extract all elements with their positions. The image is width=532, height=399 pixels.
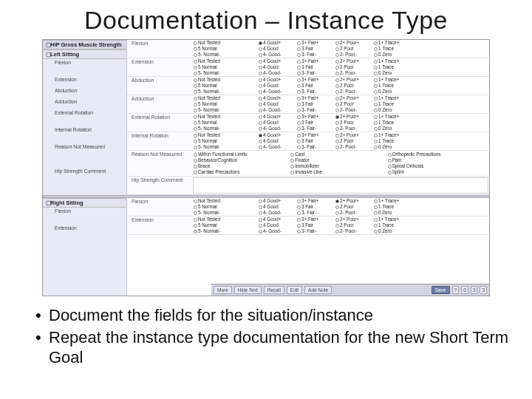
radio-icon[interactable] [259,200,262,203]
radio-icon[interactable] [194,97,197,100]
grade-option[interactable]: 4 Good+ [259,216,294,222]
radio-icon[interactable] [290,171,294,174]
grade-option[interactable]: 1+ Trace+ [374,114,409,120]
grade-option[interactable]: 4 Good+ [259,40,294,46]
radio-icon[interactable] [259,140,262,143]
radio-icon[interactable] [297,134,301,137]
radio-icon[interactable] [290,159,294,163]
grade-option[interactable]: 3- Fair- [297,144,332,150]
radio-icon[interactable] [374,90,378,94]
grade-option[interactable]: 2- Poor- [335,107,371,113]
radio-icon[interactable] [194,200,197,203]
grade-option[interactable]: 0 Zero [374,210,409,216]
reason-option[interactable]: Cardiac Precautions [194,169,290,175]
radio-icon[interactable] [374,121,378,125]
grade-option[interactable]: 3+ Fair+ [297,95,332,101]
grade-option[interactable]: 5 Normal [194,101,256,107]
grade-option[interactable]: 4 Good [259,46,294,52]
radio-icon[interactable] [194,41,197,45]
radio-icon[interactable] [374,140,378,143]
radio-icon[interactable] [335,200,339,203]
grade-option[interactable]: 3- Fair- [297,89,332,95]
radio-icon[interactable] [259,134,262,137]
radio-icon[interactable] [374,47,378,51]
grade-option[interactable]: 2- Poor- [335,126,371,132]
grade-option[interactable]: 1+ Trace+ [374,95,409,101]
grade-option[interactable]: 5 Normal [194,83,256,89]
grade-option[interactable]: 3 Fair [297,46,332,52]
radio-icon[interactable] [259,66,262,69]
radio-icon[interactable] [374,230,378,233]
grade-option[interactable]: 2+ Poor+ [335,132,371,138]
grade-option[interactable]: 4 Good [259,204,294,210]
radio-icon[interactable] [374,84,378,88]
grade-option[interactable]: 3- Fair- [297,210,332,216]
reason-option[interactable]: Fixator [290,157,387,163]
sidebar-group-right[interactable]: ▢Right Sitting [43,198,126,208]
pager-button[interactable]: 3 [480,286,487,294]
radio-icon[interactable] [259,230,262,233]
radio-icon[interactable] [374,53,378,57]
radio-icon[interactable] [297,97,301,100]
reason-option[interactable]: Within Functional Limits [194,151,290,157]
radio-icon[interactable] [194,47,197,51]
radio-icon[interactable] [194,121,197,125]
grade-option[interactable]: 2+ Poor+ [335,95,371,101]
radio-icon[interactable] [194,218,197,222]
grade-option[interactable]: 4 Good+ [259,95,294,101]
radio-icon[interactable] [335,109,339,112]
radio-icon[interactable] [297,66,301,69]
grade-option[interactable]: 4 Good [259,138,294,144]
radio-icon[interactable] [335,115,339,119]
sidebar-item[interactable]: Internal Rotation [43,126,126,133]
grade-option[interactable]: 1 Trace [374,138,409,144]
grade-option[interactable]: 2- Poor- [335,210,371,216]
radio-icon[interactable] [297,47,301,51]
grade-option[interactable]: Not Tested [194,132,256,138]
radio-icon[interactable] [374,103,378,106]
grade-option[interactable]: 3- Fair- [297,126,332,132]
grade-option[interactable]: 3 Fair [297,101,332,107]
recall-button[interactable]: Recall [264,286,284,294]
grade-option[interactable]: 4- Good- [259,210,294,216]
radio-icon[interactable] [335,140,339,143]
radio-icon[interactable] [335,211,339,215]
radio-icon[interactable] [335,78,339,82]
grade-option[interactable]: 3+ Fair+ [297,216,332,222]
radio-icon[interactable] [335,121,339,125]
grade-option[interactable]: 3 Fair [297,222,332,228]
grade-option[interactable]: 5- Normal- [194,144,256,150]
radio-icon[interactable] [374,60,378,64]
grade-option[interactable]: 5- Normal- [194,228,256,234]
radio-icon[interactable] [335,224,339,228]
radio-icon[interactable] [388,165,392,168]
radio-icon[interactable] [335,146,339,149]
grade-option[interactable]: 5- Normal- [194,89,256,95]
radio-icon[interactable] [335,84,339,88]
radio-icon[interactable] [194,134,197,137]
radio-icon[interactable] [297,146,301,149]
sidebar-item[interactable]: Flexion [43,208,126,214]
sidebar-item[interactable]: Hip Strength Comment [43,168,126,174]
sidebar-group-hip[interactable]: ▢HIP Gross Muscle Strength [43,40,126,50]
radio-icon[interactable] [259,127,262,131]
radio-icon[interactable] [297,109,301,112]
radio-icon[interactable] [290,153,294,157]
grade-option[interactable]: 2+ Poor+ [335,216,371,222]
radio-icon[interactable] [374,78,378,82]
grade-option[interactable]: Not Tested [194,40,256,46]
grade-option[interactable]: 3 Fair [297,83,332,89]
grade-option[interactable]: 4- Good- [259,126,294,132]
reason-option[interactable]: Immobilizer [290,163,387,169]
radio-icon[interactable] [194,53,197,57]
grade-option[interactable]: 5 Normal [194,222,256,228]
grade-option[interactable]: 5- Normal- [194,210,256,216]
grade-option[interactable]: 4 Good [259,222,294,228]
sidebar-item[interactable]: Adduction [43,98,126,105]
radio-icon[interactable] [297,72,301,75]
radio-icon[interactable] [374,41,378,45]
radio-icon[interactable] [374,134,378,137]
grade-option[interactable]: 4 Good [259,120,294,126]
radio-icon[interactable] [374,66,378,69]
grade-option[interactable]: 2- Poor- [335,52,371,58]
